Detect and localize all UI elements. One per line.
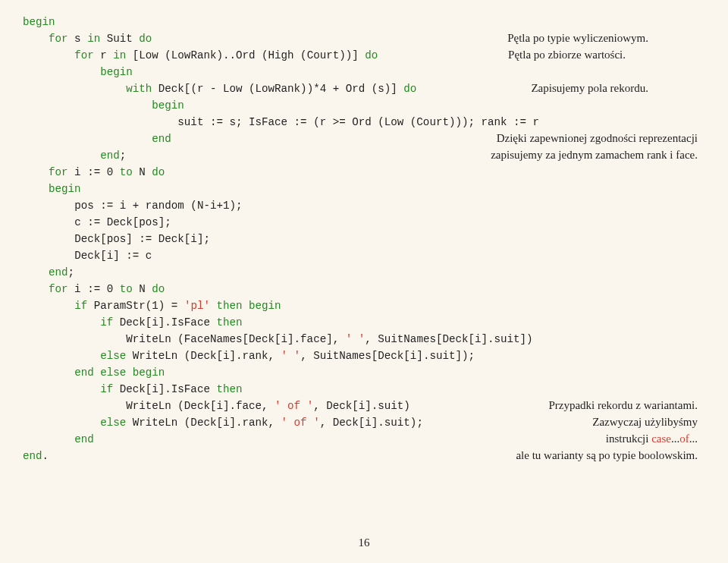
kw-begin: begin xyxy=(49,183,81,195)
string-literal: ' of ' xyxy=(281,417,320,429)
annotation: Zapisujemy pola rekordu. xyxy=(531,80,648,97)
kw-else: else xyxy=(100,350,126,362)
annotation: ale tu warianty są po typie boolowskim. xyxy=(516,448,698,464)
kw-to: to xyxy=(120,283,133,295)
kw-end: end xyxy=(23,450,42,462)
kw-if: if xyxy=(100,316,113,329)
kw-begin: begin xyxy=(100,66,133,78)
kw-end: end xyxy=(74,366,94,379)
string-literal: 'pl' xyxy=(184,300,210,312)
kw-end: end xyxy=(152,133,171,145)
kw-if: if xyxy=(100,383,113,395)
kw-do: do xyxy=(403,83,416,95)
kw-do: do xyxy=(152,283,165,295)
kw-then-begin: then begin xyxy=(210,300,281,312)
kw-else-begin: else begin xyxy=(94,366,165,379)
kw-for: for xyxy=(49,33,68,45)
code-line: suit := s; IsFace := (r >= Ord (Low (Cou… xyxy=(177,116,539,128)
annotation: Przypadki rekordu z wariantami. xyxy=(548,398,698,414)
kw-if: if xyxy=(74,300,87,312)
kw-for: for xyxy=(49,166,68,178)
kw-in: in xyxy=(87,33,100,45)
kw-do: do xyxy=(365,49,378,61)
kw-begin: begin xyxy=(23,16,55,28)
code-line: Deck[i] := c xyxy=(74,250,152,262)
string-literal: ' ' xyxy=(346,333,366,345)
kw-of: of xyxy=(679,432,689,445)
string-literal: ' of ' xyxy=(275,400,313,412)
kw-with: with xyxy=(126,83,152,95)
annotation: Dzięki zapewnionej zgodności reprezentac… xyxy=(497,131,698,147)
annotation: instrukcji case...of... xyxy=(606,431,698,448)
annotation: zapisujemy za jednym zamachem rank i fac… xyxy=(491,147,698,164)
code-line: c := Deck[pos]; xyxy=(74,216,171,228)
string-literal: ' ' xyxy=(281,350,301,362)
kw-end: end xyxy=(100,149,120,162)
kw-then: then xyxy=(216,316,242,329)
kw-to: to xyxy=(120,166,133,178)
page: begin for s in Suit do for r in [Low (Lo… xyxy=(0,0,728,563)
kw-for: for xyxy=(74,49,94,61)
annotation: Pętla po zbiorze wartości. xyxy=(508,47,626,64)
kw-else: else xyxy=(100,417,126,429)
code-line: Deck[pos] := Deck[i]; xyxy=(74,233,210,245)
kw-end: end xyxy=(74,433,94,445)
kw-in: in xyxy=(113,49,126,61)
kw-do: do xyxy=(139,33,152,45)
annotation: Zazwyczaj użylibyśmy xyxy=(592,414,698,431)
kw-do: do xyxy=(152,166,165,178)
code-line: pos := i + random (N-i+1); xyxy=(74,200,242,212)
kw-for: for xyxy=(49,283,68,295)
annotation: Pętla po typie wyliczeniowym. xyxy=(507,30,648,47)
kw-end: end xyxy=(49,266,68,278)
kw-case: case xyxy=(651,432,671,445)
page-number: 16 xyxy=(0,536,728,549)
kw-then: then xyxy=(216,383,242,395)
kw-begin: begin xyxy=(152,99,184,112)
